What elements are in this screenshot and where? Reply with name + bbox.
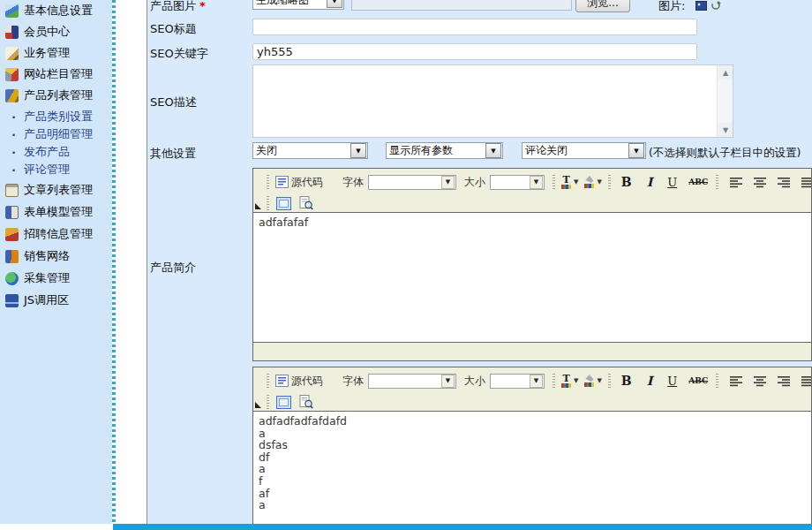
text-color-button[interactable]: T ▼ [561, 176, 578, 189]
sidebar-item-label: 会员中心 [24, 24, 70, 40]
source-button[interactable]: 源代码 [275, 175, 323, 190]
other-settings-note: (不选择则默认子栏目中的设置) [649, 146, 801, 161]
image-file-input[interactable] [351, 0, 572, 11]
comment-select[interactable]: 评论关闭▼ [522, 142, 646, 159]
sidebar-item-js-call[interactable]: JS调用区 [5, 292, 69, 308]
other-settings-label: 其他设置 [150, 146, 196, 162]
sidebar-item-label: JS调用区 [24, 292, 69, 308]
seo-keywords-input[interactable] [252, 43, 697, 60]
fit-window-icon[interactable] [276, 197, 291, 210]
sidebar-item-member-center[interactable]: 会员中心 [5, 24, 70, 40]
align-left-icon[interactable] [729, 177, 743, 188]
textarea-scrollbar[interactable]: ▲ ▼ [717, 65, 733, 137]
sidebar-item-comment-manage[interactable]: 评论管理 [11, 162, 70, 178]
editor-text-line: f [259, 475, 806, 488]
align-right-icon[interactable] [777, 375, 791, 387]
sidebar-item-product-detail[interactable]: 产品明细管理 [11, 126, 93, 142]
bold-button[interactable]: B [621, 374, 632, 388]
font-label: 字体 [342, 374, 364, 389]
sidebar-item-label: 产品类别设置 [24, 109, 93, 125]
fill-color-button[interactable]: ▼ [584, 176, 601, 188]
product-list-icon [5, 89, 19, 102]
scroll-up-icon[interactable]: ▲ [718, 65, 733, 80]
sidebar-item-label: 产品明细管理 [24, 126, 93, 142]
fill-color-icon [584, 375, 594, 387]
params-display-select[interactable]: 显示所有参数▼ [386, 142, 503, 159]
italic-button[interactable]: I [647, 175, 653, 189]
strikethrough-button[interactable]: ABC [688, 178, 708, 186]
toolbar-grip-icon [553, 374, 555, 389]
editor-text-line: df [259, 451, 806, 464]
bold-button[interactable]: B [621, 175, 632, 189]
preview-icon[interactable] [299, 395, 313, 409]
align-center-icon[interactable] [753, 375, 767, 387]
fill-color-button[interactable]: ▼ [584, 375, 601, 387]
align-left-icon[interactable] [729, 375, 743, 387]
collapse-toolbar-icon[interactable] [255, 402, 261, 408]
editor-content-area[interactable]: adfadfadfafdafd a dsfas df a f af a [253, 412, 811, 529]
editor-text-line: a [259, 463, 806, 475]
editor-toolbar: 源代码 字体 ▼ 大小 ▼ T ▼ ▼ B I U ABC [253, 367, 811, 412]
sidebar-item-label: 评论管理 [24, 162, 70, 178]
sidebar-item-product-list[interactable]: 产品列表管理 [5, 87, 93, 103]
browse-button[interactable]: 浏览... [575, 0, 630, 12]
sidebar-item-site-columns[interactable]: 网站栏目管理 [5, 66, 93, 82]
sidebar-item-recruitment[interactable]: 招聘信息管理 [5, 226, 93, 242]
collapse-toolbar-icon[interactable] [255, 203, 261, 209]
sidebar-divider [112, 0, 116, 524]
sidebar-item-basic-info[interactable]: 基本信息设置 [5, 3, 93, 19]
sidebar-item-label: 表单模型管理 [24, 204, 93, 220]
dropdown-arrow-icon: ▼ [485, 143, 501, 158]
justify-icon[interactable] [801, 375, 812, 387]
bottom-accent-bar [113, 524, 812, 530]
sidebar-item-form-model[interactable]: 表单模型管理 [5, 204, 93, 220]
underline-button[interactable]: U [667, 375, 677, 388]
sidebar-item-label: 业务管理 [24, 45, 70, 61]
sidebar-item-sales-network[interactable]: 销售网络 [5, 248, 70, 264]
align-right-icon[interactable] [777, 177, 791, 188]
fill-color-icon [584, 176, 594, 188]
js-call-icon [5, 294, 19, 307]
size-select[interactable]: ▼ [490, 175, 545, 190]
seo-title-input[interactable] [252, 19, 697, 35]
scroll-down-icon[interactable]: ▼ [718, 123, 733, 137]
dropdown-arrow-icon: ▼ [441, 375, 455, 388]
fit-window-icon[interactable] [276, 396, 291, 409]
editor-footer [253, 342, 811, 360]
editor-text-line: af [259, 488, 806, 500]
text-color-button[interactable]: T ▼ [561, 375, 578, 388]
upload-image-icon[interactable] [695, 1, 707, 11]
refresh-icon[interactable] [710, 0, 721, 11]
justify-icon[interactable] [801, 177, 812, 188]
site-columns-icon [5, 68, 19, 81]
business-icon [5, 47, 19, 60]
sidebar-item-collection[interactable]: 采集管理 [5, 270, 70, 286]
font-select[interactable]: ▼ [368, 175, 456, 190]
rich-text-editor-1: 源代码 字体 ▼ 大小 ▼ T ▼ ▼ B I U ABC [252, 168, 812, 361]
sidebar-item-label: 招聘信息管理 [24, 226, 93, 242]
status-select[interactable]: 关闭▼ [252, 142, 368, 159]
sidebar-item-label: 产品列表管理 [24, 87, 93, 103]
sidebar-item-product-category[interactable]: 产品类别设置 [11, 109, 93, 125]
size-label: 大小 [464, 175, 485, 190]
editor-text-line: a [259, 499, 806, 511]
underline-button[interactable]: U [667, 176, 677, 189]
toolbar-grip-icon [267, 175, 269, 190]
sidebar-item-business[interactable]: 业务管理 [5, 45, 70, 61]
thumbnail-mode-select[interactable]: 生成缩略图 ▼ [252, 0, 344, 10]
align-center-icon[interactable] [753, 177, 767, 188]
article-list-icon [5, 184, 19, 197]
sidebar-item-article-list[interactable]: 文章列表管理 [5, 182, 93, 198]
preview-icon[interactable] [299, 196, 313, 210]
product-intro-label: 产品简介 [150, 260, 196, 276]
size-select[interactable]: ▼ [490, 374, 545, 389]
seo-description-textarea[interactable]: ▲ ▼ [252, 64, 733, 138]
source-button[interactable]: 源代码 [275, 374, 323, 389]
sidebar-item-publish-product[interactable]: 发布产品 [11, 144, 70, 160]
italic-button[interactable]: I [647, 374, 653, 388]
editor-content-area[interactable]: adfafafaf [253, 213, 811, 342]
font-select[interactable]: ▼ [368, 374, 456, 389]
strikethrough-button[interactable]: ABC [688, 376, 708, 385]
source-icon [275, 375, 289, 387]
collection-icon [5, 272, 19, 285]
